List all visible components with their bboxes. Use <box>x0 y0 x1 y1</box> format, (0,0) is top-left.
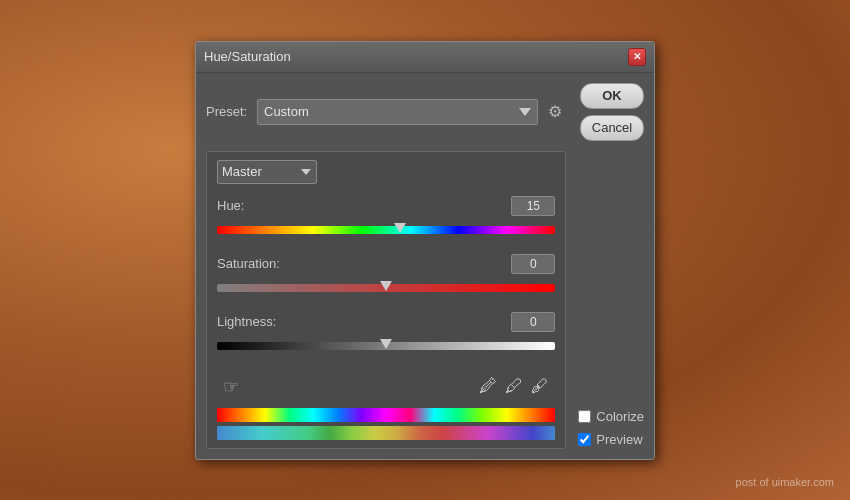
hue-header: Hue: <box>217 196 555 216</box>
main-content: Master Reds Yellows Greens Cyans Blues M… <box>206 151 644 449</box>
lightness-header: Lightness: <box>217 312 555 332</box>
bottom-icons: ☞ 🖉 🖊 🖋 <box>217 370 555 402</box>
preset-row: Preset: Custom Default Cyanotype Increas… <box>206 83 644 141</box>
hue-label: Hue: <box>217 198 244 213</box>
hue-track <box>217 226 555 234</box>
dialog-body: Preset: Custom Default Cyanotype Increas… <box>196 73 654 459</box>
lightness-track-container <box>217 336 555 356</box>
saturation-track-container <box>217 278 555 298</box>
color-bars <box>217 408 555 440</box>
eyedropper-icon[interactable]: 🖉 <box>475 376 501 397</box>
channel-select[interactable]: Master Reds Yellows Greens Cyans Blues M… <box>217 160 317 184</box>
settings-icon[interactable]: ⚙ <box>544 101 566 123</box>
right-options: Colorize Preview <box>566 151 644 449</box>
watermark: post of uimaker.com <box>736 476 834 488</box>
saturation-value-input[interactable] <box>511 254 555 274</box>
saturation-thumb[interactable] <box>380 281 392 295</box>
lightness-label: Lightness: <box>217 314 276 329</box>
lightness-value-input[interactable] <box>511 312 555 332</box>
ok-button[interactable]: OK <box>580 83 644 109</box>
colorize-row[interactable]: Colorize <box>578 409 644 424</box>
hand-tool-icon[interactable]: ☞ <box>219 376 243 398</box>
hue-thumb[interactable] <box>394 223 406 237</box>
preset-label: Preset: <box>206 104 251 119</box>
lightness-slider-row: Lightness: <box>217 312 555 356</box>
eyedropper-plus-icon[interactable]: 🖊 <box>501 376 527 397</box>
preview-label: Preview <box>596 432 642 447</box>
saturation-label: Saturation: <box>217 256 280 271</box>
hue-spectrum-bar <box>217 408 555 422</box>
lightness-thumb[interactable] <box>380 339 392 353</box>
saturation-header: Saturation: <box>217 254 555 274</box>
eyedropper-minus-icon[interactable]: 🖋 <box>527 376 553 397</box>
colorize-checkbox[interactable] <box>578 410 591 423</box>
preview-row[interactable]: Preview <box>578 432 644 447</box>
close-button[interactable]: ✕ <box>628 48 646 66</box>
colorize-label: Colorize <box>596 409 644 424</box>
cancel-button[interactable]: Cancel <box>580 115 644 141</box>
channel-row: Master Reds Yellows Greens Cyans Blues M… <box>217 160 555 184</box>
saturation-track <box>217 284 555 292</box>
hue-track-container <box>217 220 555 240</box>
left-panel: Master Reds Yellows Greens Cyans Blues M… <box>206 151 566 449</box>
saturation-slider-row: Saturation: <box>217 254 555 298</box>
right-buttons: OK Cancel <box>580 83 644 141</box>
hue-value-input[interactable] <box>511 196 555 216</box>
hue-slider-row: Hue: <box>217 196 555 240</box>
dialog-title: Hue/Saturation <box>204 49 291 64</box>
adjusted-spectrum-bar <box>217 426 555 440</box>
dialog-titlebar: Hue/Saturation ✕ <box>196 42 654 73</box>
preview-checkbox[interactable] <box>578 433 591 446</box>
preset-select[interactable]: Custom Default Cyanotype Increase Contra… <box>257 99 538 125</box>
lightness-track <box>217 342 555 350</box>
hue-saturation-dialog: Hue/Saturation ✕ Preset: Custom Default … <box>195 41 655 460</box>
